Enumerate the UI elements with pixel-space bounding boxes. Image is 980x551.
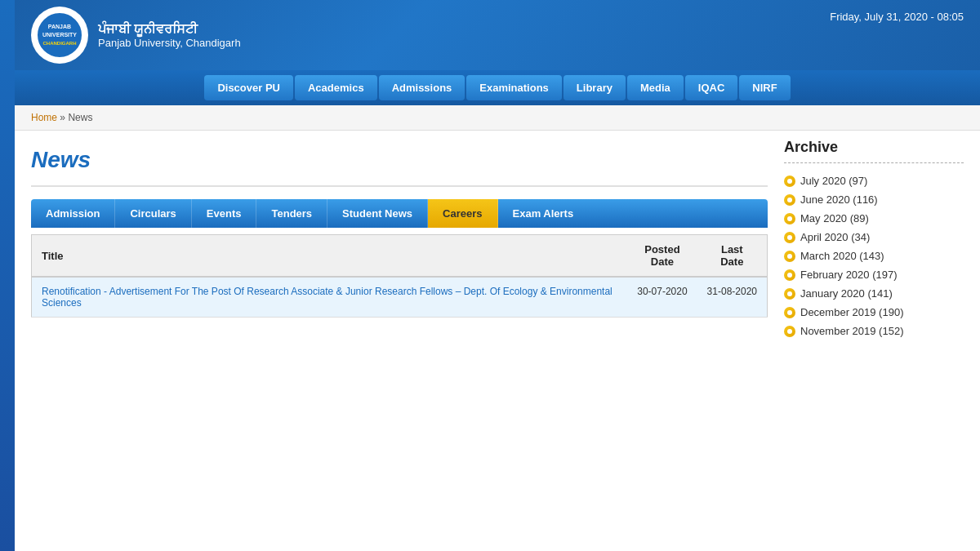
sidebar: Archive July 2020 (97) June 2020 (116) M… [784, 139, 964, 340]
col-posted-date: PostedDate [627, 235, 697, 278]
tab-careers[interactable]: Careers [428, 199, 497, 228]
svg-text:UNIVERSITY: UNIVERSITY [42, 32, 77, 38]
nav-item-media[interactable]: Media [627, 75, 684, 100]
news-title-cell: Renotification - Advertisement For The P… [32, 277, 628, 318]
archive-bullet-icon [784, 176, 795, 187]
archive-bullet-icon [784, 213, 795, 224]
news-table: Title PostedDate LastDate Renotification… [31, 234, 768, 318]
archive-link-may-2020[interactable]: May 2020 (89) [800, 212, 869, 224]
header-logo: PANJAB UNIVERSITY CHANDIGARH ਪੰਜਾਬੀ ਯੂਨੀ… [31, 7, 241, 64]
list-item: December 2019 (190) [784, 303, 964, 322]
col-title: Title [32, 235, 628, 278]
breadcrumb-separator: » [60, 112, 68, 123]
tab-admission[interactable]: Admission [31, 199, 115, 228]
archive-link-jun-2020[interactable]: June 2020 (116) [800, 193, 878, 206]
breadcrumb-current: News [68, 112, 92, 123]
university-logo: PANJAB UNIVERSITY CHANDIGARH [31, 7, 88, 64]
header-datetime: Friday, July 31, 2020 - 08:05 [830, 7, 964, 23]
nav-item-discover-pu[interactable]: Discover PU [204, 75, 293, 100]
archive-bullet-icon [784, 232, 795, 243]
archive-link-apr-2020[interactable]: April 2020 (34) [800, 231, 870, 243]
list-item: January 2020 (141) [784, 284, 964, 303]
content-area: News Admission Circulars Events Tenders … [31, 139, 768, 340]
nav-item-iqac[interactable]: IQAC [685, 75, 738, 100]
list-item: November 2019 (152) [784, 322, 964, 340]
list-item: April 2020 (34) [784, 228, 964, 247]
archive-bullet-icon [784, 269, 795, 281]
archive-link-dec-2019[interactable]: December 2019 (190) [800, 306, 903, 318]
table-row: Renotification - Advertisement For The P… [32, 277, 768, 318]
header: PANJAB UNIVERSITY CHANDIGARH ਪੰਜਾਬੀ ਯੂਨੀ… [15, 0, 980, 70]
archive-link-feb-2020[interactable]: February 2020 (197) [800, 269, 898, 281]
breadcrumb: Home » News [15, 105, 980, 131]
nav-items-container: Discover PU Academics Admissions Examina… [204, 70, 790, 105]
list-item: March 2020 (143) [784, 247, 964, 265]
svg-text:PANJAB: PANJAB [48, 24, 71, 29]
archive-bullet-icon [784, 194, 795, 206]
main-container: News Admission Circulars Events Tenders … [15, 131, 980, 349]
nav-item-admissions[interactable]: Admissions [379, 75, 466, 100]
list-item: July 2020 (97) [784, 171, 964, 190]
blue-side-strip [0, 0, 15, 349]
svg-text:CHANDIGARH: CHANDIGARH [43, 41, 77, 46]
breadcrumb-home[interactable]: Home [31, 112, 57, 123]
archive-bullet-icon [784, 251, 795, 262]
news-last-date: 31-08-2020 [697, 277, 768, 318]
page-title: News [31, 139, 768, 187]
archive-title: Archive [784, 139, 964, 163]
list-item: May 2020 (89) [784, 209, 964, 228]
news-posted-date: 30-07-2020 [627, 277, 697, 318]
tab-circulars[interactable]: Circulars [115, 199, 191, 228]
nav-item-library[interactable]: Library [564, 75, 626, 100]
tab-student-news[interactable]: Student News [327, 199, 428, 228]
nav-item-examinations[interactable]: Examinations [466, 75, 562, 100]
col-last-date: LastDate [697, 235, 768, 278]
archive-link-jul-2020[interactable]: July 2020 (97) [800, 175, 867, 187]
archive-bullet-icon [784, 288, 795, 300]
nav-item-nirf[interactable]: NIRF [739, 75, 790, 100]
news-title-link[interactable]: Renotification - Advertisement For The P… [42, 286, 612, 309]
list-item: June 2020 (116) [784, 190, 964, 209]
list-item: February 2020 (197) [784, 265, 964, 284]
archive-link-nov-2019[interactable]: November 2019 (152) [800, 325, 903, 337]
archive-list: July 2020 (97) June 2020 (116) May 2020 … [784, 171, 964, 340]
nav-item-academics[interactable]: Academics [295, 75, 377, 100]
archive-link-mar-2020[interactable]: March 2020 (143) [800, 250, 884, 262]
tab-events[interactable]: Events [192, 199, 257, 228]
archive-bullet-icon [784, 326, 795, 337]
main-navigation: Discover PU Academics Admissions Examina… [15, 70, 980, 105]
tab-tenders[interactable]: Tenders [256, 199, 327, 228]
archive-link-jan-2020[interactable]: January 2020 (141) [800, 287, 893, 300]
archive-bullet-icon [784, 307, 795, 318]
news-tabs-bar: Admission Circulars Events Tenders Stude… [31, 199, 768, 228]
tab-exam-alerts[interactable]: Exam Alerts [498, 199, 589, 228]
